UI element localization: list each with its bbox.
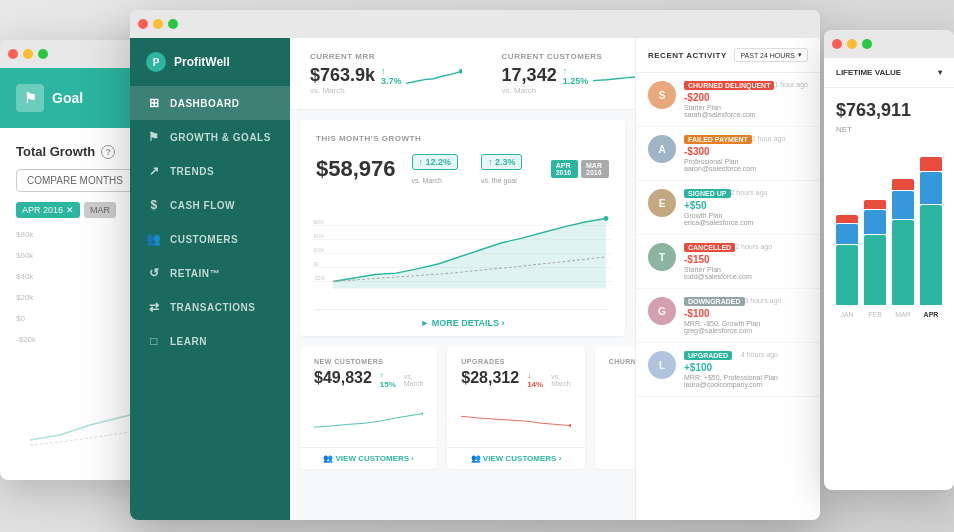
time-filter[interactable]: PAST 24 HOURS ▾ (734, 48, 808, 62)
growth-change2: ↑ 2.3% vs. the goal (481, 151, 535, 187)
activity-info: CANCELLED 2 hours ago -$150 Starter Plan… (684, 243, 772, 280)
retain-icon: ↺ (146, 266, 162, 280)
svg-text:$20k: $20k (313, 248, 324, 253)
activity-plan: MRR: -$50, Growth Plan (684, 320, 781, 327)
growth-value: $58,976 (316, 156, 396, 182)
customers-sub: vs. March (502, 86, 635, 95)
main-maximize-dot[interactable] (168, 19, 178, 29)
ltv-amount: $763,911 (836, 100, 942, 121)
bar-stack (864, 200, 886, 305)
bar-group-mar: MAR (892, 179, 914, 318)
list-item: E SIGNED UP 2 hours ago +$50 Growth Plan… (636, 181, 820, 235)
mar-month-tag[interactable]: MAR 2016 (581, 160, 609, 178)
status-badge: SIGNED UP (684, 189, 731, 198)
new-customers-sub: vs. March (404, 373, 423, 387)
goal-icon: ⚑ (16, 84, 44, 112)
growth-pct-march: ↑ 12.2% (412, 154, 459, 170)
sidebar-item-growth[interactable]: ⚑ GROWTH & GOALS (130, 120, 290, 154)
activity-info: UPGRADED 4 hours ago +$100 MRR: +$50, Pr… (684, 351, 778, 388)
sidebar-item-growth-label: GROWTH & GOALS (170, 132, 271, 143)
bars-area: JAN FEB MAR (836, 158, 942, 318)
mrr-change: ↑ 3.7% (381, 66, 406, 86)
sidebar-item-transactions[interactable]: ⇄ TRANSACTIONS (130, 290, 290, 324)
activity-info: FAILED PAYMENT 1 hour ago -$300 Professi… (684, 135, 785, 172)
upgrades-view-button[interactable]: 👥 VIEW CUSTOMERS › (447, 447, 584, 469)
bar-group-feb: FEB (864, 200, 886, 318)
minimize-dot[interactable] (23, 49, 33, 59)
avatar: E (648, 189, 676, 217)
growth-section-label: THIS MONTH'S GROWTH (316, 134, 609, 143)
bar-label-jan: JAN (840, 311, 853, 318)
svg-text:-$20k: -$20k (313, 276, 326, 281)
ltv-dropdown-icon[interactable]: ▾ (938, 68, 942, 77)
time-filter-label: PAST 24 HOURS (740, 52, 795, 59)
activity-time: 1 hour ago (774, 81, 807, 88)
new-customers-view-button[interactable]: 👥 VIEW CUSTOMERS › (300, 447, 437, 469)
help-icon[interactable]: ? (101, 145, 115, 159)
sidebar-item-trends[interactable]: ↗ TRENDS (130, 154, 290, 188)
activity-email: aaron@salesforce.com (684, 165, 785, 172)
avatar: T (648, 243, 676, 271)
main-titlebar (130, 10, 820, 38)
customers-sparkline (593, 66, 635, 86)
activity-info: DOWNGRADED 3 hours ago -$100 MRR: -$50, … (684, 297, 781, 334)
mar-tag[interactable]: MAR (84, 202, 116, 218)
ltv-close-dot[interactable] (832, 39, 842, 49)
sidebar-item-retain[interactable]: ↺ RETAIN™ (130, 256, 290, 290)
activity-amount: -$200 (684, 92, 808, 103)
sidebar-item-customers-label: CUSTOMERS (170, 234, 238, 245)
bottom-panels: NEW CUSTOMERS $49,832 ↑ 15% vs. March (300, 346, 625, 469)
sidebar-item-dashboard-label: DASHBOARD (170, 98, 240, 109)
ltv-minimize-dot[interactable] (847, 39, 857, 49)
churn-panel: CHURN (595, 346, 635, 469)
activity-info: CHURNED DELINQUENT 1 hour ago -$200 Star… (684, 81, 808, 118)
activity-time: 3 hours ago (745, 297, 782, 304)
list-item: L UPGRADED 4 hours ago +$100 MRR: +$50, … (636, 343, 820, 397)
activity-amount: -$300 (684, 146, 785, 157)
sidebar: P ProfitWell ⊞ DASHBOARD ⚑ GROWTH & GOAL… (130, 38, 290, 520)
more-details-link[interactable]: ► MORE DETAILS › (316, 309, 609, 336)
bar-stack (892, 179, 914, 305)
bar-red (920, 157, 942, 171)
growth-section: THIS MONTH'S GROWTH $58,976 ↑ 12.2% vs. … (300, 120, 625, 336)
avatar: G (648, 297, 676, 325)
upgrades-label: UPGRADES (461, 358, 570, 365)
logo-area: P ProfitWell (130, 38, 290, 86)
ltv-header: LIFETIME VALUE ▾ (824, 58, 954, 88)
bar-group-apr: APR (920, 157, 942, 318)
sidebar-item-learn[interactable]: □ LEARN (130, 324, 290, 358)
trends-icon: ↗ (146, 164, 162, 178)
mrr-label: CURRENT MRR (310, 52, 462, 61)
activity-time: 2 hours ago (735, 243, 772, 250)
activity-plan: Starter Plan (684, 104, 808, 111)
activity-amount: -$150 (684, 254, 772, 265)
lifetime-value-window: LIFETIME VALUE ▾ $763,911 NET JAN (824, 30, 954, 490)
list-item: T CANCELLED 2 hours ago -$150 Starter Pl… (636, 235, 820, 289)
close-dot[interactable] (8, 49, 18, 59)
growth-icon: ⚑ (146, 130, 162, 144)
apr-tag[interactable]: APR 2016 ✕ (16, 202, 80, 218)
status-badge: UPGRADED (684, 351, 732, 360)
growth-chart: $60k $40k $20k $0 -$20k (312, 195, 613, 305)
sidebar-item-customers[interactable]: 👥 CUSTOMERS (130, 222, 290, 256)
new-customers-value: $49,832 (314, 369, 372, 387)
total-growth-text: Total Growth (16, 144, 95, 159)
bar-red (864, 200, 886, 209)
bar-stack (920, 157, 942, 305)
activity-email: greg@salesforce.com (684, 327, 781, 334)
ltv-maximize-dot[interactable] (862, 39, 872, 49)
activity-email: todd@salesforce.com (684, 273, 772, 280)
new-customers-chart-svg (314, 399, 423, 439)
bar-teal (892, 220, 914, 305)
sidebar-item-dashboard[interactable]: ⊞ DASHBOARD (130, 86, 290, 120)
ltv-net: NET (836, 125, 942, 134)
main-minimize-dot[interactable] (153, 19, 163, 29)
maximize-dot[interactable] (38, 49, 48, 59)
main-close-dot[interactable] (138, 19, 148, 29)
sidebar-item-cashflow[interactable]: $ CASH FLOW (130, 188, 290, 222)
avatar: S (648, 81, 676, 109)
activity-email: erica@salesforce.com (684, 219, 768, 226)
ltv-titlebar (824, 30, 954, 58)
apr-month-tag[interactable]: APR 2016 (551, 160, 578, 178)
bar-blue (836, 224, 858, 244)
